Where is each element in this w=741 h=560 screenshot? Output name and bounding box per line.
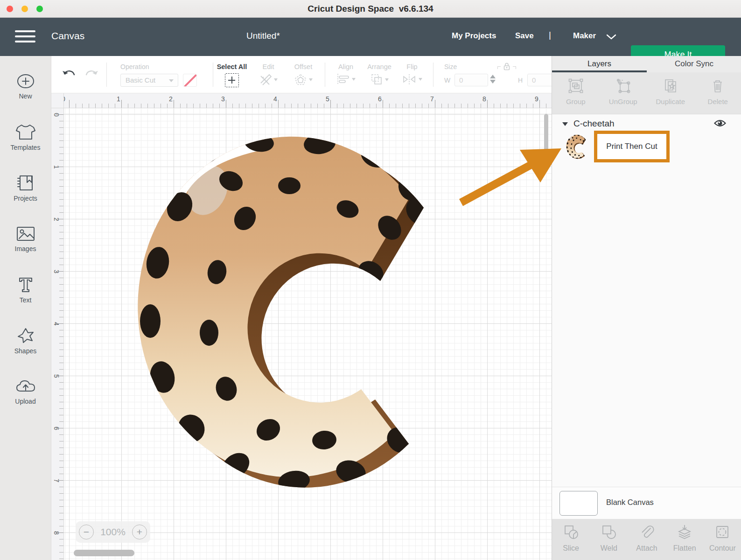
color-swatch-button[interactable] — [183, 74, 197, 87]
combine-actions: Slice Weld Attach Flatten — [552, 519, 741, 560]
select-all-button[interactable]: Select All — [211, 56, 253, 93]
horizontal-ruler: 0 1 2 3 4 5 6 7 8 9 — [64, 93, 552, 108]
cheetah-letter-c[interactable] — [135, 132, 462, 491]
zoom-out-button[interactable]: − — [79, 525, 94, 539]
flatten-button[interactable]: Flatten — [666, 524, 704, 560]
slice-button[interactable]: Slice — [552, 524, 590, 560]
redo-button[interactable] — [84, 68, 100, 82]
app-header: Canvas Untitled* My Projects Save | Make… — [0, 18, 741, 56]
upload-icon — [15, 378, 36, 395]
eye-icon — [713, 119, 727, 128]
flatten-icon — [676, 524, 693, 540]
offset-button[interactable]: Offset — [287, 56, 320, 93]
left-sidebar: New Templates Projects Images Text Shape… — [0, 56, 51, 560]
group-button[interactable]: Group — [552, 72, 600, 114]
zoom-level: 100% — [100, 526, 126, 538]
arrange-button[interactable]: Arrange — [362, 56, 397, 93]
flip-icon — [402, 73, 417, 85]
machine-selector[interactable]: Maker — [573, 31, 596, 41]
height-label: H — [518, 77, 523, 84]
shapes-icon — [15, 327, 36, 344]
toolbar-divider — [433, 63, 433, 87]
edit-button[interactable]: Edit — [253, 56, 284, 93]
header-separator: | — [549, 30, 551, 40]
panel-tabs: Layers Color Sync — [552, 56, 741, 72]
dropdown-caret-icon — [169, 79, 174, 82]
projects-icon — [15, 174, 36, 192]
horizontal-scrollbar[interactable] — [74, 550, 134, 556]
ungroup-button[interactable]: UnGroup — [600, 72, 647, 114]
contour-icon — [714, 524, 731, 540]
stepper-icon[interactable] — [490, 75, 496, 86]
align-icon — [336, 73, 350, 85]
layer-group-row[interactable]: C-cheetah — [552, 116, 741, 133]
images-icon — [15, 225, 36, 242]
attach-button[interactable]: Attach — [628, 524, 665, 560]
layer-operation-label: Print Then Cut — [606, 142, 657, 151]
duplicate-button[interactable]: Duplicate — [647, 72, 694, 114]
height-input[interactable] — [527, 74, 552, 86]
zoom-control: − 100% + — [76, 521, 150, 543]
document-title: Untitled* — [246, 31, 280, 41]
toolbar-divider — [325, 63, 325, 87]
weld-button[interactable]: Weld — [590, 524, 628, 560]
lock-icon — [503, 62, 511, 71]
select-all-icon — [225, 73, 239, 87]
toolbar-divider — [106, 63, 107, 87]
attach-icon — [638, 524, 655, 540]
caret-down-icon[interactable] — [562, 122, 568, 126]
delete-button[interactable]: Delete — [694, 72, 741, 114]
vertical-ruler: 0 1 2 3 4 5 6 7 8 — [51, 108, 64, 560]
sidebar-item-projects[interactable]: Projects — [0, 162, 51, 213]
sidebar-item-templates[interactable]: Templates — [0, 112, 51, 162]
tab-layers[interactable]: Layers — [552, 56, 647, 72]
hamburger-menu-icon[interactable] — [15, 30, 35, 43]
text-icon — [15, 276, 36, 294]
templates-icon — [15, 123, 36, 141]
operation-select[interactable]: Basic Cut — [120, 74, 178, 87]
dropdown-caret-icon — [309, 78, 313, 81]
design-canvas[interactable]: − 100% + — [64, 108, 552, 560]
my-projects-link[interactable]: My Projects — [452, 31, 496, 41]
edit-icon — [259, 73, 272, 86]
group-icon — [567, 77, 584, 94]
visibility-toggle[interactable] — [713, 119, 727, 129]
dropdown-caret-icon — [419, 78, 422, 81]
layers-panel: Layers Color Sync Group UnGroup — [552, 56, 741, 560]
sidebar-item-text[interactable]: Text — [0, 264, 51, 315]
blank-canvas-label: Blank Canvas — [606, 498, 654, 507]
sidebar-item-upload[interactable]: Upload — [0, 366, 51, 417]
contour-button[interactable]: Contour — [704, 524, 741, 560]
sidebar-item-images[interactable]: Images — [0, 213, 51, 264]
undo-button[interactable] — [61, 68, 77, 82]
vertical-scrollbar[interactable] — [544, 114, 548, 152]
align-button[interactable]: Align — [329, 56, 362, 93]
sidebar-item-new[interactable]: New — [0, 61, 51, 112]
width-label: W — [444, 77, 450, 84]
save-link[interactable]: Save — [515, 31, 534, 41]
tab-color-sync[interactable]: Color Sync — [647, 56, 741, 72]
flip-button[interactable]: Flip — [397, 56, 427, 93]
sidebar-item-shapes[interactable]: Shapes — [0, 315, 51, 366]
delete-icon — [709, 77, 726, 94]
zoom-in-button[interactable]: + — [132, 525, 147, 539]
operation-label: Operation — [120, 63, 149, 70]
layer-thumbnail[interactable] — [566, 134, 588, 159]
swatch-line-icon — [184, 74, 197, 87]
blank-canvas-row[interactable]: Blank Canvas — [552, 487, 741, 519]
size-label: Size — [444, 63, 457, 70]
chevron-down-icon — [606, 34, 617, 40]
layer-operation-highlight[interactable]: Print Then Cut — [594, 131, 670, 162]
window-titlebar: Cricut Design Space v6.6.134 — [0, 0, 741, 18]
new-icon — [15, 73, 36, 90]
weld-icon — [601, 524, 617, 540]
size-lock[interactable] — [497, 62, 516, 73]
width-input[interactable] — [454, 74, 488, 86]
blank-canvas-thumbnail[interactable] — [559, 491, 598, 516]
operation-value: Basic Cut — [126, 76, 155, 84]
dropdown-caret-icon — [274, 78, 278, 81]
edit-toolbar: Operation Basic Cut Select All Edit Offs… — [51, 56, 552, 93]
duplicate-icon — [662, 77, 679, 94]
slice-icon — [563, 524, 580, 540]
work-area: Operation Basic Cut Select All Edit Offs… — [51, 56, 552, 560]
